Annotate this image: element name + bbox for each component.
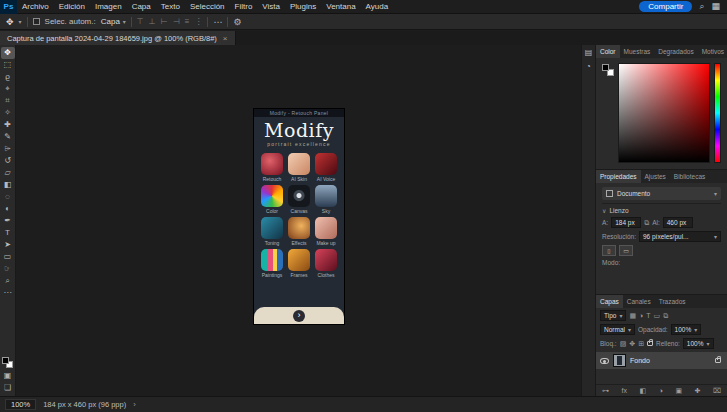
align-top-icon[interactable]: ⊤	[137, 17, 144, 26]
tool-clone-stamp[interactable]: ⌲	[1, 143, 15, 155]
tab-trazados[interactable]: Trazados	[655, 295, 690, 308]
portrait-orientation-button[interactable]: ▯	[602, 245, 616, 256]
foreground-color-mini-swatch[interactable]	[602, 64, 609, 71]
tab-degradados[interactable]: Degradados	[654, 45, 697, 58]
canvas-document[interactable]: Modify - Retouch Panel Modify portrait e…	[254, 109, 344, 324]
tab-close-icon[interactable]: ×	[223, 34, 228, 43]
fill-dropdown[interactable]: 100%	[683, 338, 714, 349]
width-field[interactable]: 184 px	[611, 217, 641, 228]
adjustment-layer-icon[interactable]: ◑	[659, 387, 663, 394]
layer-row-fondo[interactable]: Fondo	[596, 352, 727, 369]
document-tab[interactable]: Captura de pantalla 2024-04-29 184659.jp…	[0, 31, 236, 45]
menu-ayuda[interactable]: Ayuda	[361, 2, 394, 11]
menu-ventana[interactable]: Ventana	[321, 2, 360, 11]
move-tool-preset-icon[interactable]: ✥	[6, 17, 14, 27]
collapsed-panel-icon-a[interactable]: ▤	[585, 49, 593, 57]
resolution-dropdown[interactable]: 96 píxeles/pul...	[639, 231, 721, 242]
tool-hand[interactable]: ☞	[1, 263, 15, 275]
tool-dodge[interactable]: ◐	[1, 203, 15, 215]
lock-position-icon[interactable]: ✥	[629, 340, 635, 348]
foreground-background-swatches[interactable]	[2, 357, 13, 368]
opacity-dropdown[interactable]: 100%	[671, 324, 702, 335]
zoom-level-field[interactable]: 100%	[5, 399, 36, 410]
blend-mode-dropdown[interactable]: Normal	[600, 324, 635, 335]
more-options-icon[interactable]: ⋯	[213, 17, 222, 27]
menu-archivo[interactable]: Archivo	[17, 2, 54, 11]
menu-filtro[interactable]: Filtro	[230, 2, 258, 11]
menu-imagen[interactable]: Imagen	[90, 2, 127, 11]
tab-color[interactable]: Color	[596, 45, 620, 58]
tool-crop[interactable]: ⌗	[1, 95, 15, 107]
menu-plugins[interactable]: Plugins	[285, 2, 321, 11]
tool-move[interactable]: ✥	[1, 47, 15, 59]
caret-down-icon[interactable]	[19, 17, 22, 26]
hue-slider[interactable]	[714, 63, 721, 163]
canvas-area[interactable]: Modify - Retouch Panel Modify portrait e…	[17, 45, 581, 396]
tool-gradient[interactable]: ◧	[1, 179, 15, 191]
foreground-color-swatch[interactable]	[2, 357, 9, 364]
layer-filter-type-dropdown[interactable]: Tipo	[600, 310, 626, 321]
tool-path-selection[interactable]: ➤	[1, 239, 15, 251]
color-fg-bg-swatches[interactable]	[601, 63, 614, 163]
align-more-icon[interactable]: ⋮	[194, 17, 202, 26]
color-saturation-field[interactable]	[618, 63, 710, 163]
menu-edicion[interactable]: Edición	[54, 2, 90, 11]
quick-mask-icon[interactable]: ▣	[4, 372, 12, 380]
workspace-switcher-icon[interactable]: ▦	[711, 2, 720, 11]
tool-object-selection[interactable]: ⌖	[1, 83, 15, 95]
delete-layer-icon[interactable]: ⌧	[713, 387, 721, 395]
tool-rectangular-marquee[interactable]: ⬚	[1, 59, 15, 71]
filter-smart-objects-icon[interactable]: ⧉	[663, 312, 668, 320]
tab-capas[interactable]: Capas	[596, 295, 623, 308]
lock-transparency-icon[interactable]: ▨	[620, 340, 627, 348]
align-right-icon[interactable]: ⊣	[173, 17, 180, 26]
filter-shape-layers-icon[interactable]: ▭	[654, 312, 661, 320]
search-icon[interactable]: ⌕	[699, 2, 704, 11]
photoshop-logo[interactable]: Ps	[0, 0, 17, 14]
tab-motivos[interactable]: Motivos	[698, 45, 727, 58]
canvas-section-header[interactable]: ∨ Lienzo	[602, 207, 721, 214]
lock-artboard-icon[interactable]: ⊞	[638, 340, 644, 348]
tool-brush[interactable]: ✎	[1, 131, 15, 143]
layer-thumbnail[interactable]	[613, 354, 626, 367]
layer-style-icon[interactable]: fx	[622, 387, 627, 394]
tab-canales[interactable]: Canales	[623, 295, 655, 308]
collapsed-panel-icon-b[interactable]: ◔	[586, 63, 591, 71]
tool-lasso[interactable]: ϱ	[1, 71, 15, 83]
layer-group-icon[interactable]: ▣	[675, 387, 682, 395]
tab-muestras[interactable]: Muestras	[620, 45, 655, 58]
tool-pen[interactable]: ✒	[1, 215, 15, 227]
tool-type[interactable]: T	[1, 227, 15, 239]
tool-zoom[interactable]: ⌕	[1, 275, 15, 287]
tool-spot-healing-brush[interactable]: ✚	[1, 119, 15, 131]
align-left-icon[interactable]: ⊢	[161, 17, 168, 26]
menu-vista[interactable]: Vista	[257, 2, 285, 11]
tool-rectangle-shape[interactable]: ▭	[1, 251, 15, 263]
lock-all-icon[interactable]	[647, 341, 653, 346]
tool-blur[interactable]: ◌	[1, 191, 15, 203]
share-button[interactable]: Compartir	[639, 1, 692, 12]
menu-seleccion[interactable]: Selección	[185, 2, 230, 11]
distribute-icon[interactable]: ≡	[185, 17, 190, 26]
screen-mode-icon[interactable]: ❏	[4, 384, 11, 392]
link-dimensions-icon[interactable]: ⧉	[644, 219, 649, 227]
filter-pixel-layers-icon[interactable]: ▦	[629, 312, 636, 320]
auto-select-target-dropdown[interactable]: Capa	[101, 17, 126, 26]
menu-capa[interactable]: Capa	[127, 2, 156, 11]
tool-eyedropper[interactable]: ✧	[1, 107, 15, 119]
tool-eraser[interactable]: ▱	[1, 167, 15, 179]
tab-propiedades[interactable]: Propiedades	[596, 170, 641, 183]
layer-lock-icon[interactable]	[715, 358, 721, 363]
tab-bibliotecas[interactable]: Bibliotecas	[670, 170, 709, 183]
filter-adjustment-layers-icon[interactable]: ◑	[639, 312, 643, 319]
filter-type-layers-icon[interactable]: T	[646, 312, 650, 319]
align-bottom-icon[interactable]: ⊥	[149, 17, 156, 26]
status-chevron-icon[interactable]: ›	[133, 400, 136, 409]
tab-ajustes[interactable]: Ajustes	[641, 170, 670, 183]
layer-mask-icon[interactable]: ◧	[639, 387, 646, 395]
menu-texto[interactable]: Texto	[156, 2, 185, 11]
layer-visibility-icon[interactable]	[600, 358, 609, 364]
settings-gear-icon[interactable]: ⚙	[233, 17, 241, 27]
edit-toolbar-icon[interactable]: ⋯	[4, 288, 12, 297]
auto-select-checkbox[interactable]	[33, 18, 40, 25]
